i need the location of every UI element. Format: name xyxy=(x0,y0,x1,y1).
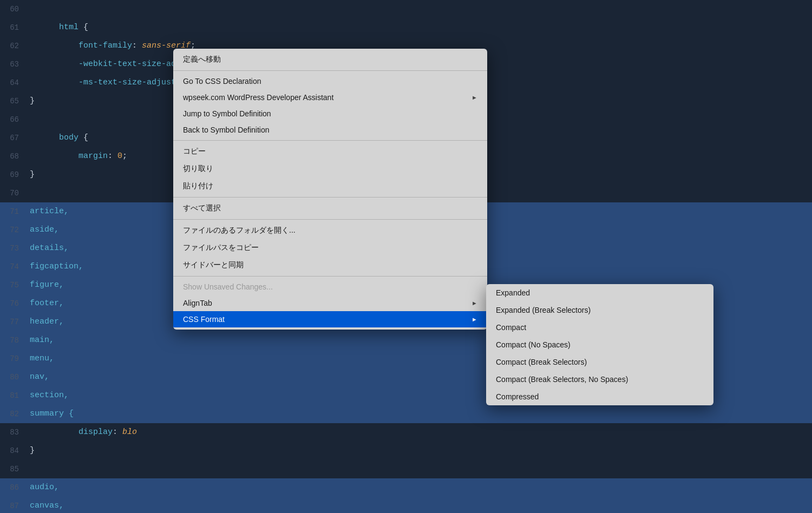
menu-section-2: Go To CSS Declaration wpseek.com WordPre… xyxy=(173,71,487,141)
menu-item-align-tab[interactable]: AlignTab ► xyxy=(173,295,487,311)
menu-item-paste[interactable]: 貼り付け xyxy=(173,177,487,195)
menu-section-3: コピー 切り取り 貼り付け xyxy=(173,141,487,198)
code-line-84: 84 } xyxy=(0,442,812,460)
menu-section-4: すべて選択 xyxy=(173,198,487,220)
arrow-icon: ► xyxy=(472,94,477,101)
arrow-icon: ► xyxy=(472,316,477,323)
submenu-item-compact-break[interactable]: Compact (Break Selectors) xyxy=(486,353,713,371)
arrow-icon: ► xyxy=(472,300,477,306)
submenu-item-compact[interactable]: Compact xyxy=(486,319,713,336)
menu-item-goto-definition[interactable]: 定義へ移動 xyxy=(173,51,487,68)
submenu-item-expanded-break[interactable]: Expanded (Break Selectors) xyxy=(486,301,713,319)
css-format-submenu: Expanded Expanded (Break Selectors) Comp… xyxy=(486,284,713,405)
menu-item-copy-path[interactable]: ファイルパスをコピー xyxy=(173,239,487,256)
code-line-86: 86 audio, xyxy=(0,478,812,497)
menu-item-back-symbol[interactable]: Back to Symbol Definition xyxy=(173,122,487,138)
menu-item-wpseek[interactable]: wpseek.com WordPress Developer Assistant… xyxy=(173,89,487,106)
context-menu: 定義へ移動 Go To CSS Declaration wpseek.com W… xyxy=(173,49,487,330)
submenu-item-compressed[interactable]: Compressed xyxy=(486,388,713,405)
submenu-item-compact-break-no-spaces[interactable]: Compact (Break Selectors, No Spaces) xyxy=(486,371,713,388)
menu-item-copy[interactable]: コピー xyxy=(173,143,487,160)
menu-item-show-unsaved[interactable]: Show Unsaved Changes... xyxy=(173,279,487,295)
menu-item-open-folder[interactable]: ファイルのあるフォルダを開く... xyxy=(173,222,487,239)
code-line-87: 87 canvas, xyxy=(0,497,812,513)
menu-item-select-all[interactable]: すべて選択 xyxy=(173,200,487,217)
menu-item-goto-css-declaration[interactable]: Go To CSS Declaration xyxy=(173,73,487,89)
menu-section-1: 定義へ移動 xyxy=(173,49,487,71)
menu-item-jump-symbol[interactable]: Jump to Symbol Definition xyxy=(173,106,487,122)
submenu-item-expanded[interactable]: Expanded xyxy=(486,284,713,301)
submenu-item-compact-no-spaces[interactable]: Compact (No Spaces) xyxy=(486,336,713,353)
menu-item-css-format[interactable]: CSS Format ► xyxy=(173,311,487,327)
menu-item-sync-sidebar[interactable]: サイドバーと同期 xyxy=(173,256,487,274)
menu-item-cut[interactable]: 切り取り xyxy=(173,160,487,177)
menu-section-5: ファイルのあるフォルダを開く... ファイルパスをコピー サイドバーと同期 xyxy=(173,220,487,277)
code-line-83: 83 display: blo xyxy=(0,423,812,442)
menu-section-6: Show Unsaved Changes... AlignTab ► CSS F… xyxy=(173,277,487,330)
code-line-85: 85 xyxy=(0,460,812,478)
